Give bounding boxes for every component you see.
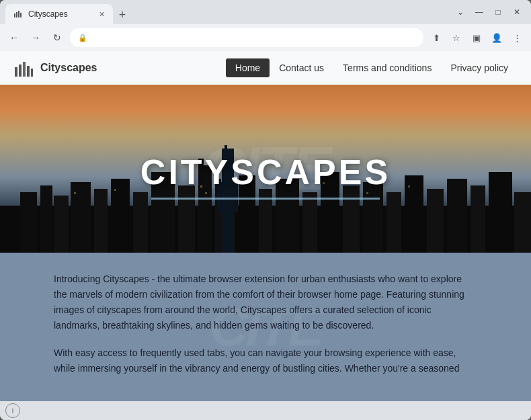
logo-icon: [13, 58, 34, 78]
lock-icon: 🔒: [78, 34, 87, 42]
website: Cityscapes Home Contact us Terms and con…: [0, 51, 531, 401]
svg-rect-0: [14, 13, 15, 17]
info-paragraph-1: Introducing Cityscapes - the ultimate br…: [54, 271, 477, 333]
tab-close-button[interactable]: ✕: [99, 10, 105, 19]
window-controls: ⌄ — □ ✕: [452, 3, 526, 21]
hero-title: CITYSCAPES: [140, 152, 391, 192]
bottom-bar: i: [0, 401, 531, 420]
content-area: Cityscapes Home Contact us Terms and con…: [0, 51, 531, 401]
hero-title-wrapper: CITYSCAPES: [0, 85, 531, 253]
site-logo: Cityscapes: [13, 58, 97, 78]
svg-rect-8: [31, 69, 33, 77]
share-icon[interactable]: ⬆: [427, 29, 445, 46]
site-logo-text: Cityscapes: [40, 62, 97, 74]
svg-rect-6: [23, 62, 26, 77]
nav-links: Home Contact us Terms and conditions Pri…: [226, 58, 518, 77]
address-bar: ← → ↻ 🔒 ⬆ ☆ ▣ 👤 ⋮: [0, 24, 531, 51]
close-button[interactable]: ✕: [508, 3, 526, 21]
tab-title: Cityscapes: [28, 9, 68, 19]
browser-window: Cityscapes ✕ + ⌄ — □ ✕ ← → ↻ 🔒 ⬆ ☆ ▣ 👤 ⋮: [0, 0, 531, 420]
chevron-down-icon[interactable]: ⌄: [452, 3, 469, 21]
minimize-button[interactable]: —: [471, 3, 488, 21]
info-paragraph-2: With easy access to frequently used tabs…: [54, 345, 477, 376]
nav-terms[interactable]: Terms and conditions: [333, 58, 441, 77]
svg-rect-3: [20, 13, 22, 17]
profile-icon[interactable]: 👤: [488, 29, 505, 46]
hero-section: CITE: [0, 85, 531, 253]
nav-contact[interactable]: Contact us: [270, 58, 333, 77]
url-bar[interactable]: 🔒: [70, 28, 423, 47]
reload-button[interactable]: ↻: [48, 29, 66, 46]
tab-favicon: [13, 9, 23, 19]
svg-rect-2: [18, 11, 19, 17]
back-button[interactable]: ←: [5, 29, 23, 46]
info-section: CITE Introducing Cityscapes - the ultima…: [0, 253, 531, 401]
forward-button[interactable]: →: [27, 29, 44, 46]
new-tab-button[interactable]: +: [113, 5, 132, 24]
tab-bar: Cityscapes ✕ +: [5, 0, 449, 24]
svg-rect-1: [16, 12, 17, 17]
title-bar: Cityscapes ✕ + ⌄ — □ ✕: [0, 0, 531, 24]
svg-rect-7: [27, 66, 30, 77]
extensions-icon[interactable]: ▣: [468, 29, 485, 46]
maximize-button[interactable]: □: [489, 3, 507, 21]
nav-privacy[interactable]: Privacy policy: [441, 58, 518, 77]
hero-underline: [151, 198, 380, 200]
more-menu-button[interactable]: ⋮: [508, 29, 526, 46]
svg-rect-5: [19, 65, 22, 77]
bookmark-icon[interactable]: ☆: [448, 29, 465, 46]
active-tab[interactable]: Cityscapes ✕: [5, 4, 113, 24]
info-icon[interactable]: i: [5, 403, 20, 418]
toolbar-actions: ⬆ ☆ ▣ 👤 ⋮: [427, 29, 526, 46]
svg-rect-4: [15, 67, 17, 77]
site-nav: Cityscapes Home Contact us Terms and con…: [0, 51, 531, 85]
nav-home[interactable]: Home: [226, 58, 270, 77]
